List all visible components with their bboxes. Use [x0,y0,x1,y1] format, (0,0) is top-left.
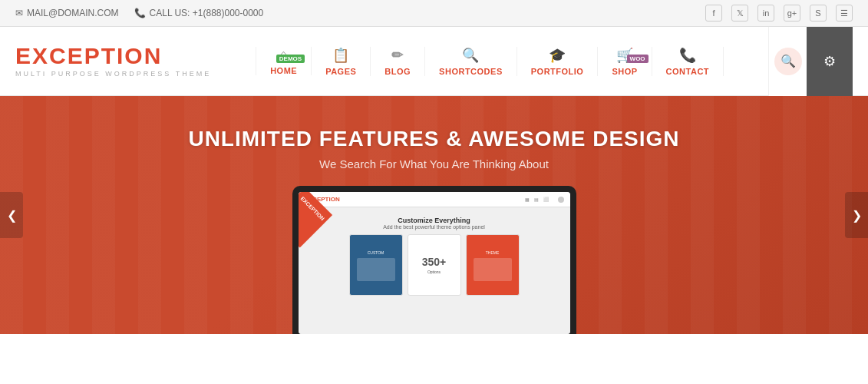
monitor-screen: EXCEPTION EXCEPTION ▦ ▤ ⬜ Customize Ever… [299,192,570,334]
nav-label-home: HOME [270,66,297,75]
nav-item-blog[interactable]: ✏ BLOG [371,47,425,76]
hero-section: ❮ UNLIMITED FEATURES & AWESOME DESIGN We… [0,96,868,334]
hero-subtitle: We Search For What You Are Thinking Abou… [188,157,679,170]
screen-body: Customize Everything Add the best powerf… [299,207,570,334]
nav-label-blog: BLOG [384,67,411,76]
social-links: f 𝕏 in g+ S ☰ [705,5,853,22]
nav-item-contact[interactable]: 📞 CONTACT [652,47,724,76]
facebook-icon[interactable]: f [705,5,722,22]
main-nav: ⌂ HOME DEMOS 📋 PAGES ✏ BLOG 🔍 SHORTCODES… [211,47,768,76]
search-icon: 🔍 [781,54,796,68]
skype-icon[interactable]: S [810,5,827,22]
screen-title: Customize Everything [299,217,570,224]
header-actions: 🔍 ⚙ [768,27,853,96]
pages-icon: 📋 [332,47,350,64]
screen-nav-item2: ▤ [534,197,539,202]
email-contact: ✉ MAIL@DOMAIN.COM [15,8,119,18]
header: EXCEPTION MULTI PURPOSE WORDPRESS THEME … [0,27,868,96]
screen-card-theme: THEME [466,234,520,296]
linkedin-icon[interactable]: in [757,5,774,22]
contact-icon: 📞 [679,47,697,64]
screen-subtitle: Add the best powerful theme options pane… [299,224,570,230]
logo-subtitle: MULTI PURPOSE WORDPRESS THEME [15,70,211,78]
card-count-label: Options [427,270,441,274]
screen-card-count: 350+ Options [408,234,461,296]
screen-card-custom: CUSTOM [349,234,403,296]
prev-arrow[interactable]: ❮ [0,192,23,238]
settings-button[interactable]: ⚙ [807,27,853,96]
portfolio-icon: 🎓 [549,47,566,64]
shortcodes-icon: 🔍 [462,47,480,64]
card-count-num: 350+ [422,256,447,268]
logo: EXCEPTION MULTI PURPOSE WORDPRESS THEME [15,45,211,78]
topbar-left: ✉ MAIL@DOMAIN.COM 📞 CALL US: +1(888)000-… [15,8,263,18]
prev-arrow-icon: ❮ [7,208,17,223]
phone-contact: 📞 CALL US: +1(888)000-0000 [134,8,264,18]
demos-badge: DEMOS [276,55,305,63]
screen-nav-item: ▦ [525,197,530,202]
nav-label-shortcodes: SHORTCODES [439,67,503,76]
logo-title: EXCEPTION [15,45,211,68]
search-circle: 🔍 [774,48,802,75]
card-theme-label: THEME [486,250,500,255]
twitter-icon[interactable]: 𝕏 [731,5,748,22]
topbar: ✉ MAIL@DOMAIN.COM 📞 CALL US: +1(888)000-… [0,0,868,27]
hero-content: UNLIMITED FEATURES & AWESOME DESIGN We S… [188,127,679,170]
nav-label-shop: SHOP [612,67,637,76]
phone-icon: 📞 [134,8,146,18]
screen-nav-item3: ⬜ [543,197,549,202]
hero-title: UNLIMITED FEATURES & AWESOME DESIGN [188,127,679,151]
nav-label-contact: CONTACT [666,67,709,76]
monitor-mockup: EXCEPTION EXCEPTION ▦ ▤ ⬜ Customize Ever… [292,186,576,334]
nav-item-shortcodes[interactable]: 🔍 SHORTCODES [425,47,517,76]
screen-close-btn [558,197,564,203]
next-arrow-icon: ❯ [852,208,862,223]
blog-icon: ✏ [391,47,404,64]
screen-nav: ▦ ▤ ⬜ [525,197,549,202]
nav-item-home[interactable]: ⌂ HOME DEMOS [256,47,312,75]
phone-text: CALL US: +1(888)000-0000 [150,8,264,18]
next-arrow[interactable]: ❯ [845,192,868,238]
settings-icon: ⚙ [823,53,836,70]
screen-header: EXCEPTION ▦ ▤ ⬜ [299,192,570,207]
nav-item-portfolio[interactable]: 🎓 PORTFOLIO [517,47,599,76]
nav-item-pages[interactable]: 📋 PAGES [312,47,371,76]
rss-icon[interactable]: ☰ [836,5,853,22]
email-icon: ✉ [15,8,23,18]
monitor-body: EXCEPTION EXCEPTION ▦ ▤ ⬜ Customize Ever… [292,186,576,334]
nav-item-shop[interactable]: 🛒 SHOP WOO [598,47,652,76]
googleplus-icon[interactable]: g+ [784,5,800,22]
screen-title-area: Customize Everything Add the best powerf… [299,207,570,234]
email-text: MAIL@DOMAIN.COM [27,8,119,18]
screen-cards: CUSTOM 350+ Options THEME [299,234,570,296]
card-custom-label: CUSTOM [368,250,384,255]
woo-badge: WOO [627,55,649,63]
nav-label-portfolio: PORTFOLIO [531,67,584,76]
search-button[interactable]: 🔍 [768,27,807,96]
nav-label-pages: PAGES [325,67,356,76]
